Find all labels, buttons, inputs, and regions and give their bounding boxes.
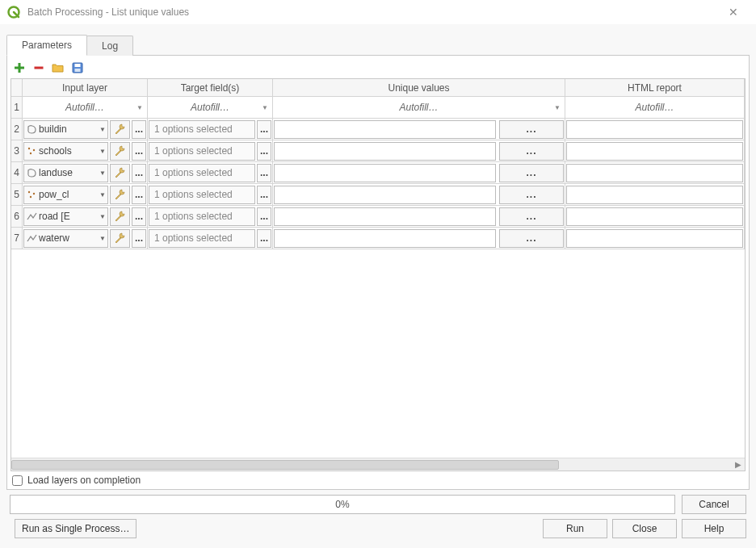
row-number: 2 xyxy=(11,119,23,140)
run-button[interactable]: Run xyxy=(543,519,607,538)
browse-input-button[interactable]: ... xyxy=(132,229,146,248)
close-button[interactable]: Close xyxy=(612,519,677,538)
svg-point-7 xyxy=(27,147,29,149)
iterate-button[interactable] xyxy=(110,186,130,204)
browse-target-button[interactable]: ... xyxy=(257,186,271,204)
iterate-button[interactable] xyxy=(110,142,130,161)
browse-target-button[interactable]: ... xyxy=(257,120,271,139)
col-target-fields[interactable]: Target field(s) xyxy=(148,79,273,97)
svg-rect-3 xyxy=(35,67,44,69)
tab-log[interactable]: Log xyxy=(86,36,133,56)
iterate-button[interactable] xyxy=(110,120,130,139)
progress-text: 0% xyxy=(335,499,349,510)
autofill-html[interactable]: Autofill… xyxy=(566,98,743,117)
browse-input-button[interactable]: ... xyxy=(132,142,146,161)
table-row: 6road [E▼...1 options selected...... xyxy=(11,206,745,228)
browse-target-button[interactable]: ... xyxy=(257,207,271,226)
input-layer-select[interactable]: buildin▼ xyxy=(23,120,108,139)
titlebar: Batch Processing - List unique values ✕ xyxy=(0,0,756,24)
browse-unique-output-button[interactable]: ... xyxy=(499,142,564,161)
remove-row-icon[interactable] xyxy=(32,61,46,75)
target-fields-select[interactable]: 1 options selected xyxy=(149,229,255,248)
unique-values-output[interactable] xyxy=(274,229,496,248)
browse-input-button[interactable]: ... xyxy=(132,120,146,139)
target-fields-select[interactable]: 1 options selected xyxy=(149,164,255,182)
html-report-output[interactable] xyxy=(566,120,743,139)
browse-target-button[interactable]: ... xyxy=(257,229,271,248)
save-icon[interactable] xyxy=(70,61,85,75)
unique-values-output[interactable] xyxy=(274,142,496,161)
unique-values-output[interactable] xyxy=(274,186,496,204)
browse-unique-output-button[interactable]: ... xyxy=(499,120,564,139)
layer-type-icon xyxy=(26,146,37,157)
browse-unique-output-button[interactable]: ... xyxy=(499,207,564,226)
unique-values-output[interactable] xyxy=(274,120,496,139)
qgis-icon xyxy=(6,5,21,19)
browse-target-button[interactable]: ... xyxy=(257,142,271,161)
tab-parameters[interactable]: Parameters xyxy=(6,35,87,56)
browse-input-button[interactable]: ... xyxy=(132,164,146,182)
col-html-report[interactable]: HTML report xyxy=(565,79,745,97)
iterate-button[interactable] xyxy=(110,164,130,182)
target-fields-select[interactable]: 1 options selected xyxy=(149,142,255,161)
input-layer-select[interactable]: waterw▼ xyxy=(23,229,108,248)
iterate-button[interactable] xyxy=(110,229,130,248)
autofill-input[interactable]: Autofill…▼ xyxy=(23,98,146,117)
browse-unique-output-button[interactable]: ... xyxy=(499,164,564,182)
add-row-icon[interactable] xyxy=(12,61,27,75)
html-report-output[interactable] xyxy=(566,229,743,248)
svg-rect-6 xyxy=(75,69,81,72)
target-fields-select[interactable]: 1 options selected xyxy=(149,207,255,226)
svg-point-8 xyxy=(32,149,34,150)
input-layer-select[interactable]: landuse▼ xyxy=(23,164,108,182)
load-on-completion-checkbox[interactable] xyxy=(12,475,23,486)
input-layer-select[interactable]: road [E▼ xyxy=(23,207,108,226)
layer-name: road [E xyxy=(39,211,70,222)
chevron-down-icon: ▼ xyxy=(99,213,106,220)
input-layer-select[interactable]: pow_cl▼ xyxy=(23,186,108,204)
target-fields-select[interactable]: 1 options selected xyxy=(149,186,255,204)
row-number: 5 xyxy=(11,184,23,206)
chevron-down-icon: ▼ xyxy=(99,191,106,199)
browse-input-button[interactable]: ... xyxy=(132,207,146,226)
open-file-icon[interactable] xyxy=(51,61,65,75)
browse-input-button[interactable]: ... xyxy=(132,186,146,204)
svg-point-11 xyxy=(32,192,34,194)
browse-target-button[interactable]: ... xyxy=(257,164,271,182)
browse-unique-output-button[interactable]: ... xyxy=(499,229,564,248)
input-layer-select[interactable]: schools▼ xyxy=(23,142,108,161)
html-report-output[interactable] xyxy=(566,186,743,204)
autofill-unique[interactable]: Autofill…▼ xyxy=(274,98,564,117)
cancel-button[interactable]: Cancel xyxy=(682,495,746,514)
unique-values-output[interactable] xyxy=(274,207,496,226)
corner-cell xyxy=(11,79,23,97)
help-button[interactable]: Help xyxy=(682,519,746,538)
autofill-target[interactable]: Autofill…▼ xyxy=(149,98,271,117)
close-icon[interactable]: ✕ xyxy=(717,6,750,19)
html-report-output[interactable] xyxy=(566,207,743,226)
chevron-down-icon: ▼ xyxy=(99,235,106,242)
progress-bar: 0% xyxy=(10,495,675,514)
batch-grid: Input layer Target field(s) Unique value… xyxy=(10,78,746,471)
layer-type-icon xyxy=(26,124,37,135)
html-report-output[interactable] xyxy=(566,164,743,182)
chevron-down-icon: ▼ xyxy=(554,104,561,111)
grid-empty-area xyxy=(11,249,745,458)
svg-point-9 xyxy=(29,152,31,153)
tabs: Parameters Log xyxy=(6,34,750,55)
html-report-output[interactable] xyxy=(566,142,743,161)
horizontal-scrollbar[interactable]: ▶ xyxy=(11,458,745,471)
unique-values-output[interactable] xyxy=(274,164,496,182)
layer-name: buildin xyxy=(39,123,67,135)
run-as-single-process-button[interactable]: Run as Single Process… xyxy=(15,519,136,538)
scroll-right-icon[interactable]: ▶ xyxy=(732,460,745,469)
row-number: 6 xyxy=(11,206,23,228)
browse-unique-output-button[interactable]: ... xyxy=(499,186,564,204)
table-row: 5pow_cl▼...1 options selected...... xyxy=(11,184,745,206)
window-title: Batch Processing - List unique values xyxy=(27,6,717,18)
table-row: 7waterw▼...1 options selected...... xyxy=(11,228,745,249)
col-unique-values[interactable]: Unique values xyxy=(273,79,565,97)
target-fields-select[interactable]: 1 options selected xyxy=(149,120,255,139)
iterate-button[interactable] xyxy=(110,207,130,226)
col-input-layer[interactable]: Input layer xyxy=(23,79,148,97)
